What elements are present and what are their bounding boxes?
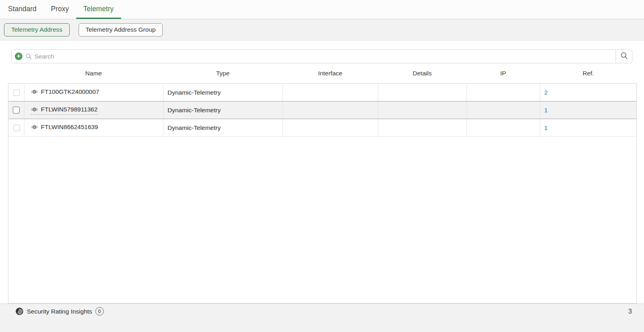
tab-telemetry[interactable]: Telemetry: [76, 0, 121, 19]
row-select-cell: [8, 101, 24, 119]
table-row[interactable]: FTLWIN8662451639 Dynamic-Telemetry 1: [8, 119, 636, 137]
telemetry-address-table: FT100GTK24000007 Dynamic-Telemetry 2 FTL…: [8, 83, 637, 304]
security-rating-insights[interactable]: Security Rating Insights 0: [15, 307, 104, 316]
address-type-tabbar: Standard Proxy Telemetry: [0, 0, 644, 19]
header-ref[interactable]: Ref.: [540, 63, 637, 83]
subtab-telemetry-address-label: Telemetry Address: [11, 26, 63, 33]
cell-ip: [467, 84, 540, 101]
cell-ip: [467, 119, 540, 136]
tab-proxy-label: Proxy: [51, 5, 69, 13]
cell-ref: 1: [540, 119, 636, 136]
cell-ip: [467, 101, 540, 119]
globe-telemetry-icon: [31, 123, 38, 131]
cell-interface: [283, 119, 378, 136]
cell-interface: [283, 101, 378, 119]
header-interface[interactable]: Interface: [283, 63, 378, 83]
cell-details: [378, 119, 467, 136]
subtab-telemetry-address[interactable]: Telemetry Address: [4, 23, 70, 36]
telemetry-subtab-bar: Telemetry Address Telemetry Address Grou…: [0, 19, 644, 40]
create-new-button[interactable]: +: [15, 53, 22, 60]
magnifier-icon: [25, 53, 32, 60]
header-details[interactable]: Details: [378, 63, 466, 83]
security-rating-insights-label: Security Rating Insights: [27, 308, 92, 315]
ref-link[interactable]: 2: [544, 89, 548, 96]
cell-name: FTLWIN8662451639: [24, 119, 164, 136]
tab-proxy[interactable]: Proxy: [44, 0, 76, 19]
plus-icon: +: [17, 53, 20, 59]
status-footer: Security Rating Insights 0 3: [0, 304, 644, 332]
security-fabric-icon: [15, 307, 24, 316]
header-ip[interactable]: IP: [466, 63, 540, 83]
search-submit-button[interactable]: [616, 50, 632, 63]
subtab-telemetry-address-group[interactable]: Telemetry Address Group: [79, 23, 163, 36]
cell-type: Dynamic-Telemetry: [164, 101, 283, 119]
cell-type: Dynamic-Telemetry: [164, 119, 283, 136]
ref-link[interactable]: 1: [544, 107, 548, 114]
address-name: FTLWIN5798911362: [41, 106, 98, 113]
tab-standard-label: Standard: [8, 5, 36, 13]
cell-type: Dynamic-Telemetry: [164, 84, 283, 101]
record-count: 3: [628, 308, 632, 316]
tab-standard[interactable]: Standard: [1, 0, 44, 19]
header-type[interactable]: Type: [163, 63, 283, 83]
ref-link[interactable]: 1: [544, 124, 548, 132]
cell-ref: 2: [540, 84, 636, 101]
subtab-telemetry-address-group-label: Telemetry Address Group: [86, 26, 156, 33]
table-row[interactable]: FT100GTK24000007 Dynamic-Telemetry 2: [8, 84, 636, 101]
row-select-cell: [8, 119, 24, 136]
address-name: FT100GTK24000007: [41, 88, 99, 95]
search-input[interactable]: [32, 53, 616, 60]
globe-telemetry-icon: [31, 106, 38, 113]
table-row[interactable]: FTLWIN5798911362 Dynamic-Telemetry 1: [8, 101, 636, 119]
magnifier-icon: [620, 51, 628, 61]
tab-telemetry-label: Telemetry: [83, 5, 114, 13]
header-select-column: [8, 63, 24, 83]
table-header: Name Type Interface Details IP Ref.: [8, 63, 637, 83]
address-name: FTLWIN8662451639: [41, 123, 98, 131]
row-checkbox[interactable]: [13, 107, 20, 113]
cell-name: FTLWIN5798911362: [24, 101, 164, 119]
row-select-cell: [8, 84, 24, 101]
cell-details: [378, 84, 467, 101]
cell-name: FT100GTK24000007: [24, 84, 164, 101]
header-name[interactable]: Name: [24, 63, 163, 83]
search-bar: +: [11, 49, 632, 63]
row-checkbox[interactable]: [13, 89, 20, 96]
cell-interface: [283, 84, 378, 101]
cell-details: [378, 101, 467, 119]
globe-telemetry-icon: [31, 88, 38, 95]
row-checkbox[interactable]: [13, 125, 20, 131]
cell-ref: 1: [540, 101, 636, 119]
security-rating-count-badge: 0: [95, 307, 104, 316]
